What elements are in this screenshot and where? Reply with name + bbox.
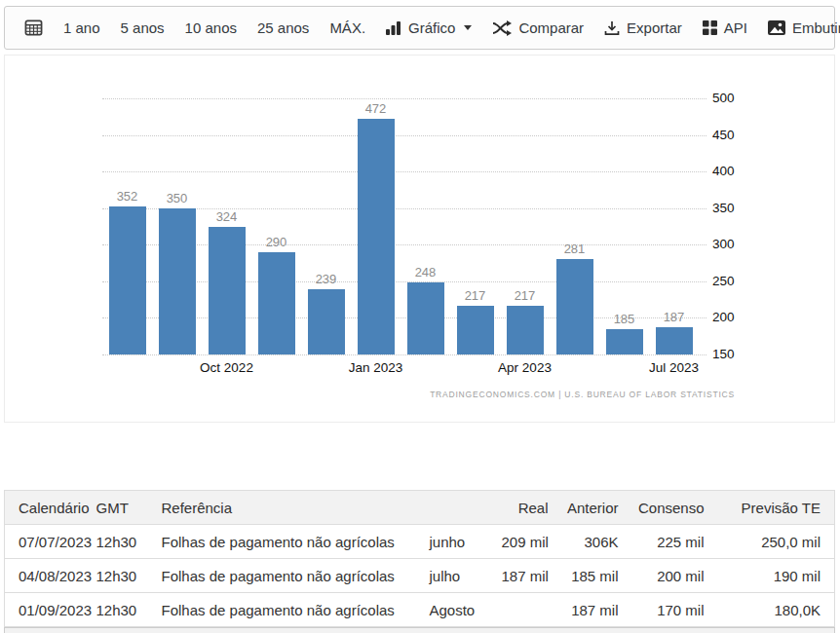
embed-button[interactable]: Embutir xyxy=(768,19,840,36)
x-axis-tick: Apr 2023 xyxy=(498,360,552,375)
bar[interactable] xyxy=(159,208,196,354)
bar[interactable] xyxy=(457,306,494,354)
bar-chart-icon xyxy=(386,21,401,35)
calendar-table-header-row: CalendárioGMTReferênciaRealAnteriorConse… xyxy=(5,491,835,525)
shuffle-icon xyxy=(492,20,512,36)
table-cell: 180,0K xyxy=(708,593,835,627)
export-button[interactable]: Exportar xyxy=(604,19,682,36)
table-row[interactable]: 04/08/202312h30Folhas de pagamento não a… xyxy=(5,559,835,593)
range-button-10y[interactable]: 10 anos xyxy=(185,19,237,36)
table-header-cell: GMT xyxy=(93,491,158,525)
x-axis-tick: Jul 2023 xyxy=(649,360,699,375)
bar-slot: 290 xyxy=(251,56,301,354)
download-icon xyxy=(604,20,620,36)
table-cell: 190 mil xyxy=(708,559,835,593)
grid-icon xyxy=(703,20,717,35)
table-cell: Folhas de pagamento não agrícolas xyxy=(158,559,426,593)
y-axis-tick: 350 xyxy=(712,201,735,216)
y-axis-tick: 150 xyxy=(712,347,735,362)
chart-type-dropdown[interactable]: Gráfico xyxy=(386,19,472,36)
bar-slot: 352 xyxy=(102,56,152,354)
compare-button[interactable]: Comparar xyxy=(492,19,584,36)
range-button-5y[interactable]: 5 anos xyxy=(121,19,165,36)
chart-toolbar: 1 ano 5 anos 10 anos 25 anos MÁX. Gráfic… xyxy=(4,6,835,50)
bar-value-label: 187 xyxy=(664,310,685,324)
range-button-max[interactable]: MÁX. xyxy=(329,19,365,36)
table-cell: 07/07/2023 xyxy=(5,525,93,559)
table-cell: julho xyxy=(426,559,498,593)
bar[interactable] xyxy=(606,329,643,354)
bar[interactable] xyxy=(308,289,345,354)
calendar-icon xyxy=(24,19,43,37)
table-cell: 187 mil xyxy=(553,593,623,627)
bar-slot: 472 xyxy=(351,56,401,354)
x-axis-labels: Oct 2022Jan 2023Apr 2023Jul 2023 xyxy=(102,360,699,378)
bar-value-label: 324 xyxy=(216,209,238,224)
bar-slot: 248 xyxy=(401,56,450,354)
bar[interactable] xyxy=(656,327,693,354)
table-header-cell xyxy=(426,491,498,525)
calendar-table-body: 07/07/202312h30Folhas de pagamento não a… xyxy=(5,525,835,627)
bar[interactable] xyxy=(407,282,444,354)
bar-slot: 350 xyxy=(152,56,202,354)
table-cell: 12h30 xyxy=(93,593,158,627)
export-label: Exportar xyxy=(627,19,682,36)
y-axis-labels: 150200250300350400450500 xyxy=(712,98,751,354)
table-header-cell: Previsão TE xyxy=(708,491,835,525)
chart-type-label: Gráfico xyxy=(408,19,455,36)
bar-slot: 324 xyxy=(202,56,251,354)
table-header-cell: Consenso xyxy=(623,491,708,525)
api-button[interactable]: API xyxy=(703,19,747,36)
table-cell: 12h30 xyxy=(93,559,158,593)
bar-slot: 217 xyxy=(450,56,500,354)
table-cell: 170 mil xyxy=(623,593,708,627)
image-icon xyxy=(768,20,785,35)
calendar-table: CalendárioGMTReferênciaRealAnteriorConse… xyxy=(4,490,835,627)
table-cell: 306K xyxy=(553,525,623,559)
chart-card: 352350324290239472248217217281185187 150… xyxy=(4,55,835,423)
bar-slot: 185 xyxy=(599,56,649,354)
bar-slot: 187 xyxy=(649,56,699,354)
table-cell: Folhas de pagamento não agrícolas xyxy=(158,593,426,627)
bar-value-label: 217 xyxy=(515,288,536,303)
y-axis-tick: 250 xyxy=(712,274,735,289)
bar-value-label: 239 xyxy=(316,272,337,286)
bar[interactable] xyxy=(507,306,544,354)
table-cell: 200 mil xyxy=(623,559,708,593)
bar[interactable] xyxy=(109,206,146,354)
calendar-button[interactable] xyxy=(24,19,43,37)
bar[interactable] xyxy=(258,252,295,354)
chevron-down-icon xyxy=(464,25,472,30)
table-cell: 225 mil xyxy=(623,525,708,559)
bar[interactable] xyxy=(556,259,593,354)
embed-label: Embutir xyxy=(792,19,840,36)
range-button-1y[interactable]: 1 ano xyxy=(63,19,100,36)
api-label: API xyxy=(724,19,747,36)
table-cell: 04/08/2023 xyxy=(5,559,93,593)
table-row[interactable]: 07/07/202312h30Folhas de pagamento não a… xyxy=(5,525,835,559)
chart-attribution: TRADINGECONOMICS.COM | U.S. BUREAU OF LA… xyxy=(430,390,735,399)
table-cell: 185 mil xyxy=(553,559,623,593)
y-axis-tick: 400 xyxy=(712,164,735,179)
chart-plot: 352350324290239472248217217281185187 xyxy=(102,98,699,354)
table-cell: 209 mil xyxy=(498,525,553,559)
table-header-cell: Real xyxy=(498,491,553,525)
bar-value-label: 352 xyxy=(117,189,138,204)
x-axis-tick: Oct 2022 xyxy=(200,360,253,375)
range-button-25y[interactable]: 25 anos xyxy=(257,19,309,36)
table-cell: 187 mil xyxy=(498,559,553,593)
y-axis-tick: 200 xyxy=(712,310,735,325)
table-cell: Folhas de pagamento não agrícolas xyxy=(158,525,426,559)
bar-slot: 281 xyxy=(550,56,599,354)
y-axis-tick: 500 xyxy=(712,91,735,106)
table-row[interactable]: 01/09/202312h30Folhas de pagamento não a… xyxy=(5,593,835,627)
bar[interactable] xyxy=(358,119,395,354)
bar[interactable] xyxy=(209,227,246,354)
bar-slot: 239 xyxy=(301,56,351,354)
bars-row: 352350324290239472248217217281185187 xyxy=(102,56,699,354)
bar-value-label: 248 xyxy=(415,265,437,279)
bar-value-label: 290 xyxy=(266,235,287,249)
y-axis-tick: 300 xyxy=(712,237,735,252)
bar-value-label: 350 xyxy=(167,191,188,205)
table-header-cell: Calendário xyxy=(5,491,93,525)
